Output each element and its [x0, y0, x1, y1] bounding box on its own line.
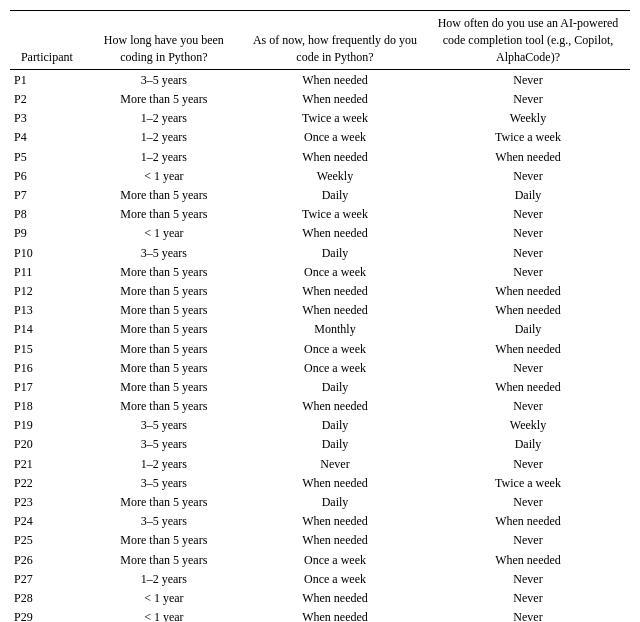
- table-row: P7More than 5 yearsDailyDaily: [10, 186, 630, 205]
- cell-ai-tool: Never: [426, 205, 630, 224]
- cell-participant-id: P25: [10, 531, 84, 550]
- cell-coding-years: More than 5 years: [84, 320, 244, 339]
- cell-ai-tool: Daily: [426, 320, 630, 339]
- cell-participant-id: P12: [10, 281, 84, 300]
- cell-participant-id: P10: [10, 243, 84, 262]
- table-row: P15More than 5 yearsOnce a weekWhen need…: [10, 339, 630, 358]
- table-row: P193–5 yearsDailyWeekly: [10, 416, 630, 435]
- cell-ai-tool: Daily: [426, 186, 630, 205]
- table-row: P103–5 yearsDailyNever: [10, 243, 630, 262]
- cell-ai-tool: When needed: [426, 512, 630, 531]
- table-row: P16More than 5 yearsOnce a weekNever: [10, 358, 630, 377]
- cell-participant-id: P5: [10, 147, 84, 166]
- cell-ai-tool: Twice a week: [426, 128, 630, 147]
- col-header-participant: Participant: [10, 11, 84, 70]
- cell-ai-tool: When needed: [426, 301, 630, 320]
- cell-ai-tool: When needed: [426, 550, 630, 569]
- cell-ai-tool: Weekly: [426, 416, 630, 435]
- cell-coding-years: < 1 year: [84, 166, 244, 185]
- cell-coding-years: More than 5 years: [84, 358, 244, 377]
- cell-ai-tool: Never: [426, 397, 630, 416]
- table-row: P13More than 5 yearsWhen neededWhen need…: [10, 301, 630, 320]
- cell-frequency: When needed: [244, 473, 426, 492]
- cell-coding-years: < 1 year: [84, 588, 244, 607]
- cell-participant-id: P24: [10, 512, 84, 531]
- cell-participant-id: P27: [10, 569, 84, 588]
- table-row: P6< 1 yearWeeklyNever: [10, 166, 630, 185]
- table-row: P29< 1 yearWhen neededNever: [10, 608, 630, 622]
- cell-coding-years: 3–5 years: [84, 416, 244, 435]
- cell-coding-years: More than 5 years: [84, 550, 244, 569]
- cell-coding-years: More than 5 years: [84, 531, 244, 550]
- cell-coding-years: 1–2 years: [84, 569, 244, 588]
- cell-ai-tool: Never: [426, 70, 630, 90]
- table-container: Participant How long have you been codin…: [10, 10, 630, 622]
- cell-participant-id: P8: [10, 205, 84, 224]
- table-row: P2More than 5 yearsWhen neededNever: [10, 90, 630, 109]
- cell-frequency: When needed: [244, 531, 426, 550]
- cell-participant-id: P16: [10, 358, 84, 377]
- cell-coding-years: 3–5 years: [84, 435, 244, 454]
- cell-frequency: When needed: [244, 281, 426, 300]
- cell-frequency: Once a week: [244, 262, 426, 281]
- cell-coding-years: 1–2 years: [84, 147, 244, 166]
- table-row: P28< 1 yearWhen neededNever: [10, 588, 630, 607]
- cell-frequency: When needed: [244, 512, 426, 531]
- participant-table: Participant How long have you been codin…: [10, 10, 630, 622]
- cell-frequency: Daily: [244, 493, 426, 512]
- cell-ai-tool: Never: [426, 166, 630, 185]
- table-row: P26More than 5 yearsOnce a weekWhen need…: [10, 550, 630, 569]
- cell-coding-years: More than 5 years: [84, 186, 244, 205]
- cell-frequency: Once a week: [244, 358, 426, 377]
- cell-coding-years: 3–5 years: [84, 243, 244, 262]
- cell-participant-id: P15: [10, 339, 84, 358]
- cell-participant-id: P18: [10, 397, 84, 416]
- cell-frequency: Daily: [244, 186, 426, 205]
- cell-frequency: Weekly: [244, 166, 426, 185]
- table-row: P211–2 yearsNeverNever: [10, 454, 630, 473]
- cell-coding-years: 3–5 years: [84, 512, 244, 531]
- cell-participant-id: P29: [10, 608, 84, 622]
- cell-ai-tool: Daily: [426, 435, 630, 454]
- cell-frequency: Once a week: [244, 569, 426, 588]
- cell-participant-id: P6: [10, 166, 84, 185]
- cell-coding-years: More than 5 years: [84, 339, 244, 358]
- cell-ai-tool: When needed: [426, 281, 630, 300]
- cell-participant-id: P13: [10, 301, 84, 320]
- cell-coding-years: More than 5 years: [84, 205, 244, 224]
- cell-coding-years: < 1 year: [84, 224, 244, 243]
- cell-ai-tool: Never: [426, 224, 630, 243]
- cell-participant-id: P23: [10, 493, 84, 512]
- cell-participant-id: P7: [10, 186, 84, 205]
- cell-participant-id: P19: [10, 416, 84, 435]
- cell-ai-tool: When needed: [426, 377, 630, 396]
- cell-coding-years: 1–2 years: [84, 128, 244, 147]
- cell-coding-years: 3–5 years: [84, 70, 244, 90]
- cell-coding-years: 3–5 years: [84, 473, 244, 492]
- cell-frequency: When needed: [244, 301, 426, 320]
- table-row: P243–5 yearsWhen neededWhen needed: [10, 512, 630, 531]
- table-row: P41–2 yearsOnce a weekTwice a week: [10, 128, 630, 147]
- cell-participant-id: P14: [10, 320, 84, 339]
- cell-frequency: Never: [244, 454, 426, 473]
- cell-participant-id: P20: [10, 435, 84, 454]
- cell-participant-id: P21: [10, 454, 84, 473]
- cell-coding-years: 1–2 years: [84, 109, 244, 128]
- cell-frequency: Once a week: [244, 128, 426, 147]
- cell-coding-years: More than 5 years: [84, 262, 244, 281]
- table-row: P14More than 5 yearsMonthlyDaily: [10, 320, 630, 339]
- cell-frequency: Twice a week: [244, 205, 426, 224]
- cell-coding-years: More than 5 years: [84, 90, 244, 109]
- col-header-ai-tool: How often do you use an AI-powered code …: [426, 11, 630, 70]
- table-row: P31–2 yearsTwice a weekWeekly: [10, 109, 630, 128]
- cell-participant-id: P3: [10, 109, 84, 128]
- cell-ai-tool: Never: [426, 569, 630, 588]
- cell-frequency: Twice a week: [244, 109, 426, 128]
- table-row: P13–5 yearsWhen neededNever: [10, 70, 630, 90]
- table-row: P23More than 5 yearsDailyNever: [10, 493, 630, 512]
- cell-frequency: Daily: [244, 243, 426, 262]
- cell-frequency: When needed: [244, 397, 426, 416]
- cell-ai-tool: Twice a week: [426, 473, 630, 492]
- cell-frequency: When needed: [244, 224, 426, 243]
- table-row: P223–5 yearsWhen neededTwice a week: [10, 473, 630, 492]
